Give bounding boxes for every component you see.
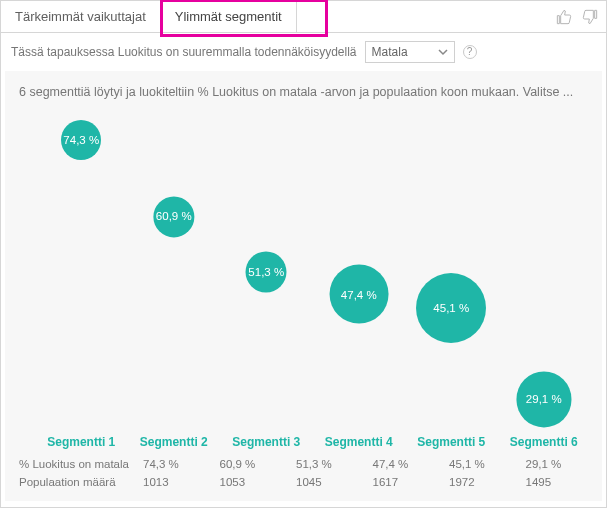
tab-top-segments[interactable]: Ylimmät segmentit: [161, 1, 297, 32]
row-header-pop: Populaation määrä: [17, 476, 131, 488]
row-header-pct: % Luokitus on matala: [17, 458, 131, 470]
pop-cell: 1045: [284, 476, 361, 488]
segment-bubble[interactable]: 29,1 %: [516, 372, 571, 427]
segment-bubble[interactable]: 60,9 %: [153, 196, 194, 237]
pct-cell: 60,9 %: [208, 458, 285, 470]
pop-cell: 1972: [437, 476, 514, 488]
segment-bubble[interactable]: 47,4 %: [329, 265, 388, 324]
key-influencers-visual: Tärkeimmät vaikuttajat Ylimmät segmentit…: [0, 0, 607, 508]
plot-column: 74,3 %: [35, 107, 128, 423]
subheader-text: Tässä tapauksessa Luokitus on suuremmall…: [11, 45, 357, 59]
analysis-subheader: Tässä tapauksessa Luokitus on suuremmall…: [1, 33, 606, 71]
tabs-row: Tärkeimmät vaikuttajat Ylimmät segmentit: [1, 1, 606, 33]
segment-label[interactable]: Segmentti 6: [498, 435, 591, 449]
plot-column: 45,1 %: [405, 107, 498, 423]
plot-description: 6 segmenttiä löytyi ja luokiteltiin % Lu…: [5, 71, 602, 107]
pct-cell: 74,3 %: [131, 458, 208, 470]
thumbs-down-icon[interactable]: [582, 9, 598, 25]
plot-column: 47,4 %: [313, 107, 406, 423]
pct-cell: 29,1 %: [514, 458, 591, 470]
thumbs-up-icon[interactable]: [556, 9, 572, 25]
segment-label[interactable]: Segmentti 4: [313, 435, 406, 449]
segment-metrics-table: % Luokitus on matala 74,3 %60,9 %51,3 %4…: [17, 455, 590, 491]
segment-label[interactable]: Segmentti 5: [405, 435, 498, 449]
segment-bubble[interactable]: 45,1 %: [416, 273, 486, 343]
pct-cell: 45,1 %: [437, 458, 514, 470]
segment-bubble[interactable]: 51,3 %: [246, 251, 287, 292]
bubble-plot: 74,3 %60,9 %51,3 %47,4 %45,1 %29,1 %: [35, 107, 590, 423]
tab-key-influencers[interactable]: Tärkeimmät vaikuttajat: [1, 1, 161, 32]
target-value-select[interactable]: Matala: [365, 41, 455, 63]
plot-column: 60,9 %: [128, 107, 221, 423]
target-value-label: Matala: [372, 45, 408, 59]
segments-plot-area: 6 segmenttiä löytyi ja luokiteltiin % Lu…: [5, 71, 602, 501]
segment-label[interactable]: Segmentti 2: [128, 435, 221, 449]
pct-cell: 51,3 %: [284, 458, 361, 470]
pop-cell: 1053: [208, 476, 285, 488]
plot-column: 29,1 %: [498, 107, 591, 423]
help-icon[interactable]: ?: [463, 45, 477, 59]
chevron-down-icon: [438, 47, 448, 57]
pct-cell: 47,4 %: [361, 458, 438, 470]
segment-label[interactable]: Segmentti 3: [220, 435, 313, 449]
plot-column: 51,3 %: [220, 107, 313, 423]
segment-bubble[interactable]: 74,3 %: [61, 120, 101, 160]
feedback-actions: [548, 1, 606, 32]
pop-cell: 1013: [131, 476, 208, 488]
segment-label[interactable]: Segmentti 1: [35, 435, 128, 449]
x-axis-labels: Segmentti 1Segmentti 2Segmentti 3Segment…: [35, 429, 590, 449]
pop-cell: 1617: [361, 476, 438, 488]
pop-cell: 1495: [514, 476, 591, 488]
